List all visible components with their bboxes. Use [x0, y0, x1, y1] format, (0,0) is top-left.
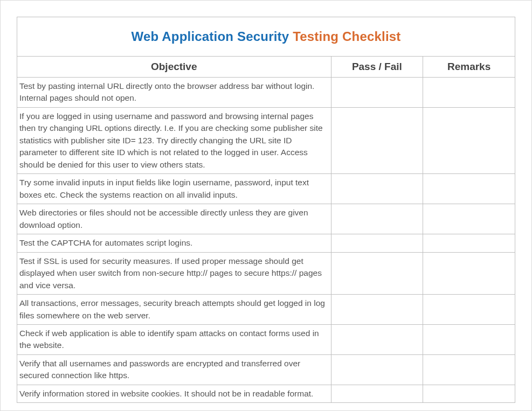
objective-cell: Web directories or files should not be a…	[17, 204, 331, 234]
objective-cell: Test by pasting internal URL directly on…	[17, 78, 331, 108]
objective-cell: All transactions, error messages, securi…	[17, 295, 331, 325]
objective-cell: Verify that all usernames and passwords …	[17, 354, 331, 385]
objective-cell: Test the CAPTCHA for automates script lo…	[17, 234, 331, 252]
checklist-table: Web Application Security Testing Checkli…	[17, 17, 515, 403]
passfail-cell	[331, 324, 423, 354]
table-row: Verify that all usernames and passwords …	[17, 354, 515, 385]
remarks-cell	[423, 234, 515, 252]
passfail-cell	[331, 234, 423, 252]
passfail-cell	[331, 252, 423, 294]
remarks-cell	[423, 107, 515, 173]
remarks-cell	[423, 78, 515, 108]
remarks-cell	[423, 354, 515, 385]
passfail-cell	[331, 204, 423, 234]
table-row: Test by pasting internal URL directly on…	[17, 78, 515, 108]
passfail-cell	[331, 354, 423, 385]
objective-cell: Check if web application is able to iden…	[17, 324, 331, 354]
objective-cell: If you are logged in using username and …	[17, 107, 331, 173]
title-part-2: Testing Checklist	[293, 29, 400, 44]
table-row: All transactions, error messages, securi…	[17, 295, 515, 325]
remarks-cell	[423, 174, 515, 204]
remarks-cell	[423, 324, 515, 354]
table-row: Test the CAPTCHA for automates script lo…	[17, 234, 515, 252]
document-frame: Web Application Security Testing Checkli…	[0, 0, 532, 411]
table-row: Test if SSL is used for security measure…	[17, 252, 515, 294]
remarks-cell	[423, 385, 515, 402]
document-title: Web Application Security Testing Checkli…	[17, 17, 515, 57]
header-passfail: Pass / Fail	[331, 57, 423, 78]
title-row: Web Application Security Testing Checkli…	[17, 17, 515, 57]
header-objective: Objective	[17, 57, 331, 78]
passfail-cell	[331, 174, 423, 204]
objective-cell: Test if SSL is used for security measure…	[17, 252, 331, 294]
table-row: Check if web application is able to iden…	[17, 324, 515, 354]
passfail-cell	[331, 385, 423, 402]
table-row: If you are logged in using username and …	[17, 107, 515, 173]
objective-cell: Verify information stored in website coo…	[17, 385, 331, 402]
passfail-cell	[331, 78, 423, 108]
objective-cell: Try some invalid inputs in input fields …	[17, 174, 331, 204]
table-row: Verify information stored in website coo…	[17, 385, 515, 402]
passfail-cell	[331, 295, 423, 325]
table-row: Try some invalid inputs in input fields …	[17, 174, 515, 204]
header-row: Objective Pass / Fail Remarks	[17, 57, 515, 78]
table-row: Web directories or files should not be a…	[17, 204, 515, 234]
remarks-cell	[423, 204, 515, 234]
title-part-1: Web Application Security	[131, 29, 293, 44]
remarks-cell	[423, 295, 515, 325]
remarks-cell	[423, 252, 515, 294]
header-remarks: Remarks	[423, 57, 515, 78]
passfail-cell	[331, 107, 423, 173]
